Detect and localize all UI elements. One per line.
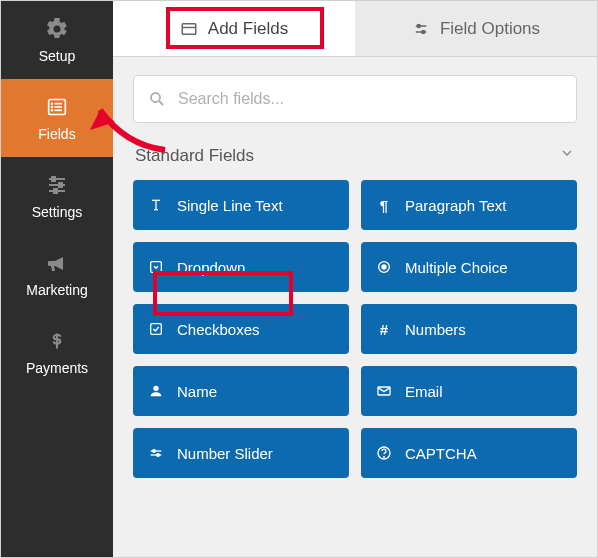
section-header[interactable]: Standard Fields bbox=[133, 145, 577, 166]
svg-point-33 bbox=[157, 454, 160, 457]
options-icon bbox=[412, 20, 430, 38]
hash-icon: # bbox=[375, 320, 393, 338]
sliders-icon bbox=[44, 172, 70, 198]
sidebar: Setup Fields Settings Marketing Payments bbox=[1, 1, 113, 557]
slider-icon bbox=[147, 444, 165, 462]
field-label: CAPTCHA bbox=[405, 445, 477, 462]
field-single-line-text[interactable]: Single Line Text bbox=[133, 180, 349, 230]
field-label: Single Line Text bbox=[177, 197, 283, 214]
field-dropdown[interactable]: Dropdown bbox=[133, 242, 349, 292]
sidebar-item-setup[interactable]: Setup bbox=[1, 1, 113, 79]
svg-rect-24 bbox=[151, 262, 162, 273]
person-icon bbox=[147, 382, 165, 400]
field-label: Email bbox=[405, 383, 443, 400]
svg-point-18 bbox=[422, 30, 425, 33]
svg-rect-27 bbox=[151, 324, 162, 335]
sidebar-item-label: Fields bbox=[38, 126, 75, 142]
envelope-icon bbox=[375, 382, 393, 400]
sidebar-item-label: Setup bbox=[39, 48, 76, 64]
svg-point-28 bbox=[153, 386, 158, 391]
svg-rect-13 bbox=[182, 23, 196, 34]
field-name[interactable]: Name bbox=[133, 366, 349, 416]
gear-icon bbox=[44, 16, 70, 42]
field-checkboxes[interactable]: Checkboxes bbox=[133, 304, 349, 354]
sidebar-item-label: Settings bbox=[32, 204, 83, 220]
field-label: Numbers bbox=[405, 321, 466, 338]
sidebar-item-label: Payments bbox=[26, 360, 88, 376]
chevron-down-icon bbox=[559, 145, 575, 166]
field-captcha[interactable]: CAPTCHA bbox=[361, 428, 577, 478]
svg-point-17 bbox=[417, 24, 420, 27]
paragraph-icon: ¶ bbox=[375, 196, 393, 214]
fields-grid: Single Line Text ¶ Paragraph Text Dropdo… bbox=[133, 180, 577, 478]
field-label: Paragraph Text bbox=[405, 197, 506, 214]
field-label: Name bbox=[177, 383, 217, 400]
field-email[interactable]: Email bbox=[361, 366, 577, 416]
sidebar-item-fields[interactable]: Fields bbox=[1, 79, 113, 157]
field-paragraph-text[interactable]: ¶ Paragraph Text bbox=[361, 180, 577, 230]
text-icon bbox=[147, 196, 165, 214]
tab-field-options[interactable]: Field Options bbox=[355, 1, 597, 56]
field-label: Dropdown bbox=[177, 259, 245, 276]
svg-point-26 bbox=[382, 265, 386, 269]
dollar-icon bbox=[44, 328, 70, 354]
field-multiple-choice[interactable]: Multiple Choice bbox=[361, 242, 577, 292]
field-numbers[interactable]: # Numbers bbox=[361, 304, 577, 354]
list-icon bbox=[44, 94, 70, 120]
svg-point-19 bbox=[151, 93, 160, 102]
svg-rect-12 bbox=[54, 189, 57, 193]
form-icon bbox=[180, 20, 198, 38]
field-number-slider[interactable]: Number Slider bbox=[133, 428, 349, 478]
tab-label: Add Fields bbox=[208, 19, 288, 39]
search-icon bbox=[148, 90, 166, 108]
section-title: Standard Fields bbox=[135, 146, 254, 166]
field-label: Multiple Choice bbox=[405, 259, 508, 276]
svg-line-20 bbox=[159, 101, 163, 105]
app-root: Setup Fields Settings Marketing Payments bbox=[1, 1, 597, 557]
content: Standard Fields Single Line Text ¶ Parag… bbox=[113, 57, 597, 496]
tabs: Add Fields Field Options bbox=[113, 1, 597, 57]
dropdown-icon bbox=[147, 258, 165, 276]
svg-point-32 bbox=[153, 450, 156, 453]
field-label: Number Slider bbox=[177, 445, 273, 462]
svg-rect-11 bbox=[59, 183, 62, 187]
svg-rect-10 bbox=[52, 177, 55, 181]
sidebar-item-label: Marketing bbox=[26, 282, 87, 298]
sidebar-item-settings[interactable]: Settings bbox=[1, 157, 113, 235]
captcha-icon bbox=[375, 444, 393, 462]
search-input[interactable] bbox=[178, 90, 562, 108]
tab-label: Field Options bbox=[440, 19, 540, 39]
sidebar-item-payments[interactable]: Payments bbox=[1, 313, 113, 391]
search-wrap[interactable] bbox=[133, 75, 577, 123]
sidebar-item-marketing[interactable]: Marketing bbox=[1, 235, 113, 313]
tab-add-fields[interactable]: Add Fields bbox=[113, 1, 355, 56]
bullhorn-icon bbox=[44, 250, 70, 276]
radio-icon bbox=[375, 258, 393, 276]
main-panel: Add Fields Field Options Standard Fields bbox=[113, 1, 597, 557]
field-label: Checkboxes bbox=[177, 321, 260, 338]
checkbox-icon bbox=[147, 320, 165, 338]
